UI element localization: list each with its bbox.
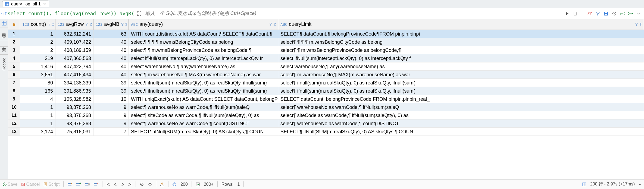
row-number[interactable]: 6 [8, 71, 20, 78]
cell-querylimit[interactable]: SELECT¶ dataCount,¶ belongProvinceCode¶F… [278, 30, 644, 38]
cell-anyquery[interactable]: SELECT¶ ifNull(SUM(m.realSkuQty), 0) AS … [129, 128, 278, 136]
next-page-icon[interactable] [121, 182, 124, 186]
cell-querylimit[interactable]: select¶ siteCode as warnCode,¶ ifNull(su… [278, 111, 644, 119]
arrow-right-green-icon[interactable]: ∶⇒ [628, 11, 633, 16]
table-row[interactable]: 94105,328,98210WITH uniqExact(skuId) AS … [8, 95, 644, 103]
row-number[interactable]: 1 [8, 30, 20, 38]
cell-anyquery[interactable]: select¶ m.warehouseNo,¶ MAX(m.warehouseN… [129, 71, 278, 78]
cell-avgrow[interactable]: 93,878,268 [55, 103, 93, 111]
column-header-anyquery[interactable]: ABC any(query) [129, 19, 278, 30]
row-number[interactable]: 4 [8, 54, 20, 62]
cell-count[interactable]: 80 [20, 79, 55, 87]
cell-avgmb[interactable]: 39 [93, 87, 129, 95]
arrow-left-green-icon[interactable]: ⇐∶ [620, 11, 625, 16]
cell-anyquery[interactable]: WITH count(distinct skuId) AS dataCount¶… [129, 30, 278, 38]
cell-avgrow[interactable]: 105,328,982 [55, 95, 93, 103]
refresh-icon[interactable] [140, 182, 144, 187]
cell-avgrow[interactable]: 75,816,031 [55, 128, 93, 136]
cell-querylimit[interactable]: select¶ ifnull(sum(m.realSkuQty), 0) as … [278, 79, 644, 87]
cell-avgmb[interactable]: 40 [93, 54, 129, 62]
cell-count[interactable]: 2 [20, 38, 55, 46]
script-button[interactable]: Script [43, 182, 60, 187]
cell-querylimit[interactable]: select¶ m.warehouseNo,¶ MAX(m.warehouseN… [278, 71, 644, 78]
cell-avgrow[interactable]: 93,878,268 [55, 119, 93, 127]
cell-avgmb[interactable]: 63 [93, 30, 129, 38]
cell-anyquery[interactable]: select¶ ifnull(sum(m.realSkuQty), 0) as … [129, 79, 278, 87]
sql-expression-icon[interactable]: ‹›T [0, 11, 8, 16]
table-row[interactable]: 780394,138,33939select¶ ifnull(sum(m.rea… [8, 79, 644, 87]
filter-input[interactable] [144, 11, 565, 16]
column-header-avgmb[interactable]: 123 avgMB [93, 19, 129, 30]
fetch-size[interactable]: 200 [180, 182, 188, 187]
cell-count[interactable]: 2 [20, 46, 55, 54]
cell-count[interactable]: 1 [20, 30, 55, 38]
row-number[interactable]: 7 [8, 79, 20, 87]
record-mode-tab-icon[interactable] [0, 47, 8, 55]
row-number[interactable]: 13 [8, 128, 20, 136]
grid-mode-tab[interactable]: 网格 [0, 27, 8, 33]
cell-avgmb[interactable]: 40 [93, 71, 129, 78]
play-icon[interactable] [565, 11, 570, 16]
last-page-icon[interactable] [128, 182, 132, 186]
table-row[interactable]: 8165391,886,93539select¶ ifnull(sum(m.re… [8, 87, 644, 95]
cell-avgmb[interactable]: 9 [93, 103, 129, 111]
cell-avgrow[interactable]: 407,422,794 [55, 62, 93, 70]
cell-avgrow[interactable]: 407,416,434 [55, 71, 93, 78]
table-row[interactable]: 22409,107,42240select¶ ¶ ¶ ¶ m.wmsBelong… [8, 38, 644, 46]
cell-avgmb[interactable]: 10 [93, 95, 129, 103]
cancel-button[interactable]: Cancel [21, 182, 40, 187]
first-page-icon[interactable] [106, 182, 110, 186]
table-row[interactable]: 4219407,860,56340select ifNull(sum(inter… [8, 54, 644, 62]
cell-avgrow[interactable]: 407,860,563 [55, 54, 93, 62]
cell-querylimit[interactable]: select warehouseNo,¶ any(warehouseName) … [278, 62, 644, 70]
grid-rows[interactable]: 11632,612,24163WITH count(distinct skuId… [8, 30, 644, 179]
cell-querylimit[interactable]: select¶ ¶ m.wmsBelongProvinceCode as bel… [278, 46, 644, 54]
expand-icon[interactable] [135, 10, 143, 17]
row-number[interactable]: 12 [8, 119, 20, 127]
cell-count[interactable]: 4 [20, 95, 55, 103]
table-row[interactable]: 10193,878,2689select¶ warehouseNo as war… [8, 103, 644, 111]
close-icon[interactable]: ✕ [43, 2, 46, 6]
text-mode-tab-icon[interactable]: 大 [0, 33, 8, 41]
table-row[interactable]: 12193,878,2689select¶ warehouseNo as war… [8, 119, 644, 128]
save-disk-icon[interactable] [603, 11, 609, 16]
cell-anyquery[interactable]: select¶ ifnull(sum(m.realSkuQty), 0) as … [129, 87, 278, 95]
cell-querylimit[interactable]: SELECT dataCount, belongProvinceCode FRO… [278, 95, 644, 103]
row-number[interactable]: 9 [8, 95, 20, 103]
filter-funnel-icon[interactable] [595, 11, 601, 16]
filter-sort-icon[interactable] [48, 23, 54, 26]
cell-anyquery[interactable]: select warehouseNo,¶ any(warehouseName) … [129, 62, 278, 70]
filter-sort-icon[interactable] [121, 23, 127, 26]
chevron-down-icon[interactable] [636, 11, 641, 16]
eraser-icon[interactable] [587, 11, 592, 16]
cell-anyquery[interactable]: WITH uniqExact(skuId) AS dataCount SELEC… [129, 95, 278, 103]
row-number[interactable]: 10 [8, 103, 20, 111]
cell-avgmb[interactable]: 9 [93, 111, 129, 119]
settings-icon[interactable] [172, 182, 177, 187]
cell-querylimit[interactable]: select¶ ¶ ¶ ¶ m.wmsBelongCityCode as bel… [278, 38, 644, 46]
cell-anyquery[interactable]: select¶ warehouseNo as warnCode,¶ count(… [129, 119, 278, 127]
cell-anyquery[interactable]: select ifNull(sum(interceptLackQty), 0) … [129, 54, 278, 62]
cell-avgrow[interactable]: 93,878,268 [55, 111, 93, 119]
save-button[interactable]: Save [3, 182, 17, 187]
edit-row-icon[interactable] [67, 182, 72, 187]
result-dropdown-icon[interactable] [639, 183, 641, 186]
export-icon[interactable] [160, 182, 164, 187]
column-header-count[interactable]: 123 count() [20, 19, 55, 30]
cell-avgmb[interactable]: 7 [93, 128, 129, 136]
cell-count[interactable]: 165 [20, 87, 55, 95]
cell-avgmb[interactable]: 40 [93, 62, 129, 70]
table-row[interactable]: 63,651407,416,43440select¶ m.warehouseNo… [8, 71, 644, 79]
cell-count[interactable]: 3,174 [20, 128, 55, 136]
filter-sort-icon[interactable] [269, 23, 276, 26]
cell-count[interactable]: 219 [20, 54, 55, 62]
table-row[interactable]: 11632,612,24163WITH count(distinct skuId… [8, 30, 644, 38]
cell-avgrow[interactable]: 408,189,159 [55, 46, 93, 54]
filter-sort-icon[interactable] [635, 23, 642, 26]
cell-anyquery[interactable]: select¶ warehouseNo as warnCode,¶ ifNull… [129, 103, 278, 111]
cell-avgrow[interactable]: 409,107,422 [55, 38, 93, 46]
cell-avgmb[interactable]: 39 [93, 79, 129, 87]
row-number[interactable]: 5 [8, 62, 20, 70]
table-row[interactable]: 11193,878,2689select¶ siteCode as warnCo… [8, 111, 644, 119]
tab-query-log[interactable]: query_log_all 1 ✕ [2, 1, 49, 7]
